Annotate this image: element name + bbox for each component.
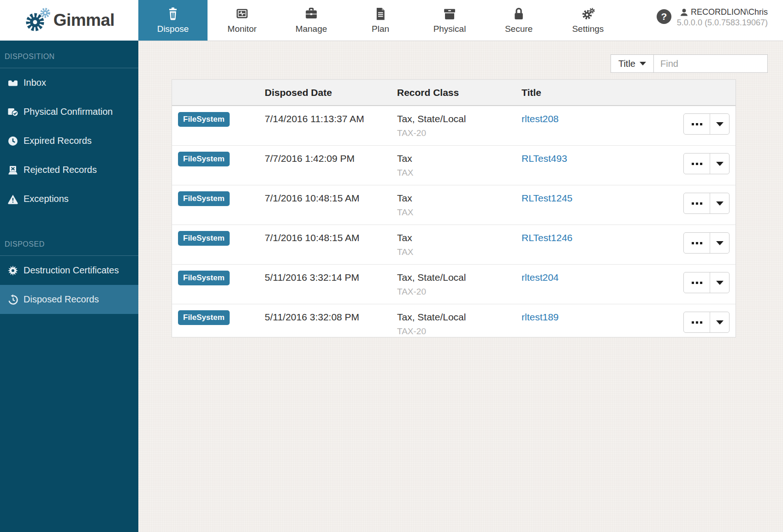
tab-settings[interactable]: Settings [553, 0, 623, 41]
record-class-value: Tax, State/Local [397, 113, 522, 124]
more-actions-button[interactable] [684, 154, 710, 174]
tab-monitor-label: Monitor [227, 24, 256, 34]
inbox-icon [7, 77, 18, 89]
caret-down-icon [716, 241, 724, 245]
user-block[interactable]: RECORDLION\Chris 5.0.0.0 (5.0.7583.19067… [677, 7, 768, 28]
disposed-date-value: 7/7/2016 1:42:09 PM [265, 146, 397, 185]
table-row: FileSystem 7/1/2016 10:48:15 AM Tax TAX … [172, 225, 736, 265]
actions-dropdown-button[interactable] [710, 272, 729, 293]
record-class-code: TAX-20 [397, 326, 522, 337]
tab-dispose-label: Dispose [157, 24, 189, 34]
brand-name: Gimmal [53, 11, 115, 30]
ellipsis-icon [696, 163, 698, 165]
record-class-value: Tax, State/Local [397, 312, 522, 323]
top-bar: Gimmal Dispose Monitor [0, 0, 783, 41]
actions-dropdown-button[interactable] [710, 233, 729, 253]
sidebar-gap [0, 213, 138, 228]
ellipsis-icon [692, 123, 694, 125]
record-class-code: TAX [397, 168, 522, 178]
sidebar-item-inbox[interactable]: Inbox [0, 68, 138, 97]
disposed-date-value: 7/1/2016 10:48:15 AM [265, 185, 397, 225]
sidebar-item-label: Physical Confirmation [24, 106, 113, 117]
ellipsis-icon [696, 123, 698, 125]
tab-settings-label: Settings [572, 24, 604, 34]
record-class-value: Tax, State/Local [397, 272, 522, 283]
sidebar-item-physical-confirmation[interactable]: Physical Confirmation [0, 97, 138, 126]
tab-plan[interactable]: Plan [346, 0, 415, 41]
more-actions-button[interactable] [684, 233, 710, 253]
warning-icon [7, 194, 18, 205]
sidebar-item-rejected-records[interactable]: Rejected Records [0, 155, 138, 184]
tab-monitor[interactable]: Monitor [208, 0, 277, 41]
clock-icon [7, 136, 18, 147]
history-icon [7, 294, 18, 305]
record-title-link[interactable]: RLTest1246 [522, 232, 573, 243]
record-source-badge: FileSystem [178, 112, 230, 127]
row-actions [683, 153, 730, 174]
record-class-code: TAX-20 [397, 287, 522, 297]
caret-down-icon [716, 162, 724, 166]
more-actions-button[interactable] [684, 114, 710, 134]
document-icon [374, 7, 387, 21]
table-row: FileSystem 7/1/2016 10:48:15 AM Tax TAX … [172, 185, 736, 225]
sidebar-item-expired-records[interactable]: Expired Records [0, 126, 138, 155]
tab-secure-label: Secure [505, 24, 533, 34]
disposed-date-value: 7/1/2016 10:48:15 AM [265, 225, 397, 264]
sidebar-item-destruction-certificates[interactable]: Destruction Certificates [0, 256, 138, 285]
column-record-class[interactable]: Record Class [397, 87, 522, 98]
tab-manage-label: Manage [296, 24, 327, 34]
record-source-badge: FileSystem [178, 271, 230, 285]
record-class-code: TAX-20 [397, 128, 522, 138]
actions-dropdown-button[interactable] [710, 312, 729, 332]
table-row: FileSystem 5/11/2016 3:32:08 PM Tax, Sta… [172, 304, 736, 337]
ellipsis-icon [696, 282, 698, 284]
more-actions-button[interactable] [684, 272, 710, 293]
column-disposed-date[interactable]: Disposed Date [265, 87, 397, 98]
row-actions [683, 193, 730, 214]
record-title-link[interactable]: rltest208 [522, 113, 559, 124]
record-title-link[interactable]: RLTest493 [522, 153, 567, 164]
find-input[interactable] [653, 54, 768, 73]
ellipsis-icon [700, 123, 702, 125]
more-actions-button[interactable] [684, 193, 710, 213]
chevron-down-icon [640, 62, 646, 65]
record-title-link[interactable]: rltest189 [522, 312, 559, 322]
record-class-value: Tax [397, 153, 522, 164]
help-icon[interactable]: ? [657, 9, 671, 24]
record-title-link[interactable]: rltest204 [522, 272, 559, 283]
gimmal-gears-icon [24, 6, 53, 34]
trash-icon [166, 7, 180, 21]
filter-field-dropdown[interactable]: Title [611, 54, 654, 73]
tab-dispose[interactable]: Dispose [138, 0, 208, 41]
section-disposed: DISPOSED [0, 228, 138, 255]
sidebar-item-label: Exceptions [24, 194, 69, 204]
section-disposition: DISPOSITION [0, 41, 138, 68]
table-row: FileSystem 7/14/2016 11:13:37 AM Tax, St… [172, 106, 736, 146]
sidebar-item-disposed-records[interactable]: Disposed Records [0, 285, 138, 314]
tab-physical[interactable]: Physical [415, 0, 484, 41]
actions-dropdown-button[interactable] [710, 114, 729, 134]
actions-dropdown-button[interactable] [710, 193, 729, 213]
ellipsis-icon [700, 242, 702, 244]
rejected-box-icon [7, 165, 18, 176]
actions-dropdown-button[interactable] [710, 154, 729, 174]
column-title[interactable]: Title [522, 87, 660, 98]
row-actions [683, 232, 730, 254]
user-name: RECORDLION\Chris [691, 7, 768, 17]
row-actions [683, 113, 730, 135]
tab-secure[interactable]: Secure [484, 0, 553, 41]
ellipsis-icon [692, 163, 694, 165]
ellipsis-icon [696, 321, 698, 324]
ellipsis-icon [700, 321, 702, 324]
sidebar-item-exceptions[interactable]: Exceptions [0, 184, 138, 213]
more-actions-button[interactable] [684, 312, 710, 332]
briefcase-icon [304, 7, 318, 21]
ellipsis-icon [692, 321, 694, 324]
tab-manage[interactable]: Manage [277, 0, 346, 41]
table-body: FileSystem 7/14/2016 11:13:37 AM Tax, St… [172, 106, 736, 337]
disposed-date-value: 7/14/2016 11:13:37 AM [265, 106, 397, 145]
record-source-badge: FileSystem [178, 310, 230, 325]
ellipsis-icon [692, 202, 694, 205]
record-title-link[interactable]: RLTest1245 [522, 193, 573, 203]
row-actions [683, 272, 730, 293]
